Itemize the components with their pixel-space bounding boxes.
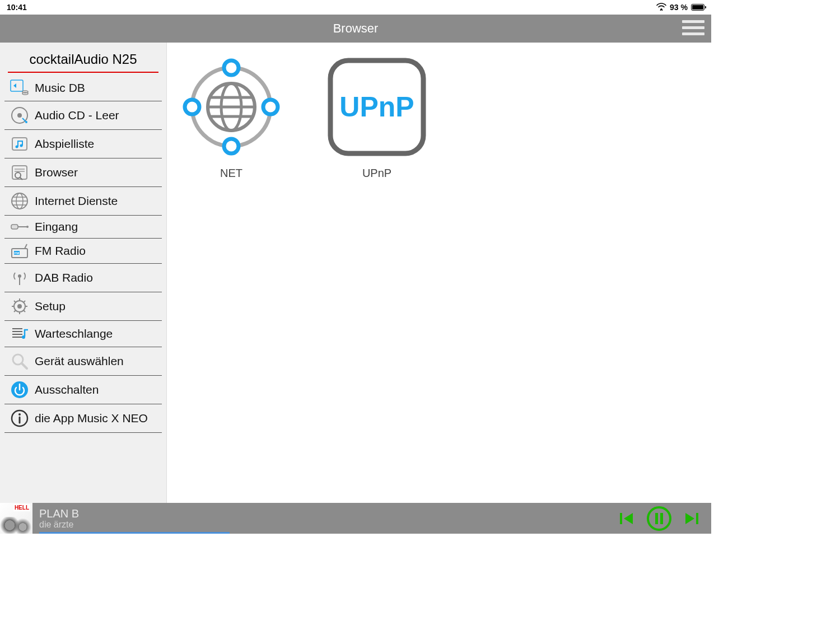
- menu-icon[interactable]: [682, 20, 704, 35]
- sidebar-item-playlist[interactable]: Abspielliste: [4, 130, 162, 158]
- divider: [8, 72, 158, 73]
- next-track-button[interactable]: [683, 510, 700, 527]
- sidebar-item-power-off[interactable]: Ausschalten: [4, 376, 162, 404]
- sidebar-item-select-device[interactable]: Gerät auswählen: [4, 347, 162, 376]
- sidebar-item-label: Setup: [35, 300, 66, 313]
- sidebar-item-audio-cd[interactable]: Audio CD - Leer: [4, 101, 162, 130]
- svg-point-54: [185, 100, 199, 114]
- previous-track-button[interactable]: [618, 510, 635, 527]
- svg-point-52: [224, 60, 239, 75]
- browser-item-upnp[interactable]: UPnP UPnP: [318, 54, 436, 180]
- sidebar-item-setup[interactable]: Setup: [4, 292, 162, 321]
- album-art: HELL: [0, 503, 32, 534]
- page-title: Browser: [333, 21, 379, 36]
- svg-rect-20: [11, 225, 18, 229]
- svg-point-9: [20, 144, 23, 147]
- svg-rect-64: [660, 513, 663, 524]
- svg-rect-1: [11, 80, 23, 91]
- browser-item-net[interactable]: NET: [172, 54, 290, 180]
- playlist-icon: [9, 134, 30, 153]
- playback-progress[interactable]: [39, 532, 230, 534]
- queue-icon: [9, 325, 30, 342]
- power-icon: [9, 380, 30, 399]
- browser-grid: NET UPnP UPnP: [167, 43, 711, 503]
- svg-point-3: [22, 92, 28, 95]
- svg-text:UPnP: UPnP: [339, 91, 414, 123]
- svg-point-5: [17, 113, 22, 118]
- sidebar-item-label: FM Radio: [35, 244, 86, 258]
- svg-point-27: [18, 274, 21, 278]
- gear-icon: [9, 297, 30, 316]
- battery-percent: 93 %: [670, 3, 688, 12]
- svg-point-62: [648, 507, 670, 530]
- svg-rect-63: [655, 513, 658, 524]
- svg-point-43: [22, 335, 25, 339]
- sidebar-item-music-db[interactable]: Music DB: [4, 75, 162, 101]
- dab-radio-icon: [9, 268, 30, 287]
- sidebar-item-label: Warteschlange: [35, 327, 113, 340]
- net-icon: [178, 54, 284, 160]
- sidebar-item-fm-radio[interactable]: FM FM Radio: [4, 239, 162, 264]
- track-artist: die ärzte: [39, 520, 618, 530]
- svg-line-36: [24, 310, 25, 312]
- svg-line-45: [22, 363, 27, 368]
- upnp-icon: UPnP: [324, 54, 430, 160]
- svg-point-6: [25, 121, 27, 123]
- sidebar-item-input[interactable]: Eingang: [4, 216, 162, 239]
- sidebar-item-label: Music DB: [35, 81, 85, 95]
- svg-point-22: [26, 226, 29, 228]
- svg-point-55: [263, 100, 278, 114]
- sidebar-item-label: Abspielliste: [35, 137, 94, 151]
- track-info: PLAN B die ärzte: [39, 507, 618, 530]
- status-time: 10:41: [7, 3, 27, 12]
- sidebar-item-label: DAB Radio: [35, 271, 93, 284]
- wifi-icon: [656, 3, 666, 12]
- fm-radio-icon: FM: [9, 243, 30, 259]
- svg-point-49: [18, 413, 21, 416]
- svg-rect-65: [696, 513, 698, 524]
- sidebar-item-internet[interactable]: Internet Dienste: [4, 187, 162, 216]
- info-icon: [9, 409, 30, 428]
- track-title: PLAN B: [39, 507, 618, 520]
- ios-status-bar: 10:41 93 %: [0, 0, 711, 15]
- sidebar-item-label: Audio CD - Leer: [35, 109, 119, 122]
- battery-icon: [691, 4, 704, 11]
- sidebar: cocktailAudio N25 Music DB: [0, 43, 167, 503]
- now-playing-bar[interactable]: HELL PLAN B die ärzte: [0, 503, 711, 534]
- sidebar-item-browser[interactable]: Browser: [4, 158, 162, 187]
- sidebar-item-dab-radio[interactable]: DAB Radio: [4, 264, 162, 292]
- play-pause-button[interactable]: [646, 506, 672, 531]
- sidebar-item-label: Browser: [35, 166, 78, 179]
- sidebar-item-label: Eingang: [35, 220, 78, 234]
- input-icon: [9, 221, 30, 232]
- browser-icon: [9, 163, 30, 182]
- music-db-icon: [9, 80, 30, 96]
- svg-rect-61: [620, 513, 622, 524]
- sidebar-item-queue[interactable]: Warteschlange: [4, 321, 162, 347]
- browser-item-label: NET: [172, 167, 290, 180]
- svg-point-8: [16, 146, 18, 148]
- svg-point-0: [660, 8, 662, 10]
- search-icon: [9, 352, 30, 371]
- album-badge: HELL: [13, 504, 30, 511]
- sidebar-item-label: Ausschalten: [35, 383, 99, 396]
- sidebar-item-label: Internet Dienste: [35, 194, 118, 208]
- sidebar-item-label: Gerät auswählen: [35, 354, 124, 368]
- svg-point-53: [224, 139, 239, 153]
- globe-icon: [9, 192, 30, 211]
- svg-point-30: [17, 304, 22, 309]
- sidebar-item-label: die App Music X NEO: [35, 412, 148, 425]
- svg-line-37: [24, 301, 25, 302]
- svg-line-38: [14, 310, 16, 312]
- svg-text:FM: FM: [15, 251, 20, 255]
- sidebar-item-about-app[interactable]: die App Music X NEO: [4, 404, 162, 433]
- svg-rect-7: [12, 138, 27, 150]
- browser-item-label: UPnP: [318, 167, 436, 180]
- header-bar: Browser: [0, 15, 711, 43]
- cd-icon: [9, 106, 30, 125]
- svg-line-35: [14, 301, 16, 302]
- device-name: cocktailAudio N25: [0, 46, 166, 72]
- svg-line-25: [25, 244, 27, 249]
